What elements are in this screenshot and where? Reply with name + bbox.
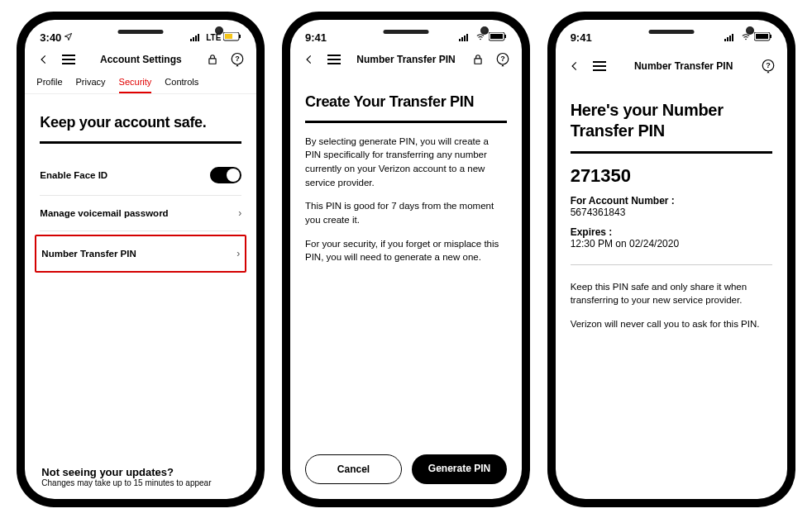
tab-controls[interactable]: Controls xyxy=(165,74,198,93)
row-label: Manage voicemail password xyxy=(40,208,168,218)
signal-icon xyxy=(459,31,472,44)
transfer-pin-value: 271350 xyxy=(571,165,772,187)
button-row: Cancel Generate PIN xyxy=(290,444,522,499)
svg-rect-3 xyxy=(198,34,199,41)
svg-rect-34 xyxy=(756,34,768,39)
footer-title: Not seeing your updates? xyxy=(41,466,240,478)
menu-icon[interactable] xyxy=(60,50,78,69)
svg-rect-27 xyxy=(724,39,726,41)
note-1: Keep this PIN safe and only share it whe… xyxy=(571,280,772,307)
status-time: 9:41 xyxy=(571,31,592,44)
svg-rect-1 xyxy=(193,37,194,41)
phone-frame-2: 9:41 Number Transfer PIN xyxy=(282,12,530,507)
account-number-label: For Account Number : xyxy=(571,195,772,207)
tab-security[interactable]: Security xyxy=(119,74,152,93)
expires-value: 12:30 PM on 02/24/2020 xyxy=(571,238,772,249)
location-icon xyxy=(64,31,73,44)
row-label: Enable Face ID xyxy=(40,170,107,180)
row-number-transfer[interactable]: Number Transfer PIN › xyxy=(35,235,246,273)
footer-sub: Changes may take up to 15 minutes to app… xyxy=(41,478,240,487)
paragraph-1: By selecting generate PIN, you will crea… xyxy=(305,135,507,190)
screen-1: 3:40 LTE Account Setti xyxy=(25,20,256,499)
account-number-value: 5674361843 xyxy=(571,207,772,218)
signal-icon xyxy=(724,31,738,44)
phone-frame-1: 3:40 LTE Account Setti xyxy=(17,12,265,507)
svg-rect-0 xyxy=(190,39,192,41)
help-icon[interactable]: ? xyxy=(494,50,512,69)
back-icon[interactable] xyxy=(300,50,318,69)
battery-icon xyxy=(223,31,241,44)
screen-3: 9:41 Number Transfer PIN xyxy=(556,20,787,499)
back-icon[interactable] xyxy=(566,57,584,75)
lock-icon[interactable] xyxy=(203,50,222,69)
app-bar: Number Transfer PIN ? xyxy=(290,45,522,74)
section-heading: Keep your account safe. xyxy=(40,114,241,131)
svg-text:?: ? xyxy=(236,55,241,63)
content-area: Here's your Number Transfer PIN 271350 F… xyxy=(556,80,787,499)
footer-note: Not seeing your updates? Changes may tak… xyxy=(41,466,240,487)
svg-rect-13 xyxy=(459,39,461,41)
tab-profile[interactable]: Profile xyxy=(36,74,62,93)
menu-icon[interactable] xyxy=(590,57,609,75)
svg-rect-24 xyxy=(475,58,481,63)
chevron-right-icon: › xyxy=(236,248,240,259)
help-icon[interactable]: ? xyxy=(759,57,777,75)
phone-camera xyxy=(480,26,489,35)
phone-speaker xyxy=(383,30,428,34)
svg-rect-16 xyxy=(466,34,468,41)
svg-rect-29 xyxy=(729,36,731,41)
svg-rect-2 xyxy=(195,36,197,41)
phone-frame-3: 9:41 Number Transfer PIN xyxy=(547,12,795,507)
row-voicemail[interactable]: Manage voicemail password › xyxy=(40,196,241,231)
chevron-right-icon: › xyxy=(238,207,241,219)
svg-point-31 xyxy=(745,38,747,40)
battery-icon xyxy=(754,31,772,44)
paragraph-3: For your security, if you forget or misp… xyxy=(305,237,507,264)
svg-rect-6 xyxy=(225,34,232,39)
divider-thin xyxy=(571,264,772,265)
phone-camera xyxy=(215,26,223,35)
status-time: 3:40 xyxy=(40,31,61,44)
divider xyxy=(305,121,507,123)
tabs: Profile Privacy Security Controls xyxy=(25,74,256,94)
svg-rect-30 xyxy=(732,34,733,41)
svg-rect-5 xyxy=(239,35,241,38)
content-area: Create Your Transfer PIN By selecting ge… xyxy=(290,74,522,444)
svg-point-17 xyxy=(480,38,481,40)
status-bar: 3:40 LTE xyxy=(25,23,256,45)
page-title: Account Settings xyxy=(84,54,197,65)
section-heading: Here's your Number Transfer PIN xyxy=(571,100,772,141)
content-area: Keep your account safe. Enable Face ID M… xyxy=(25,94,256,499)
note-2: Verizon will never call you to ask for t… xyxy=(571,317,772,331)
row-faceid[interactable]: Enable Face ID xyxy=(40,155,241,196)
page-title: Number Transfer PIN xyxy=(615,60,752,72)
svg-rect-10 xyxy=(209,58,216,63)
battery-icon xyxy=(489,31,507,44)
menu-icon[interactable] xyxy=(325,50,343,69)
row-label: Number Transfer PIN xyxy=(41,249,136,259)
svg-rect-28 xyxy=(727,37,728,41)
phone-camera xyxy=(746,26,754,35)
page-title: Number Transfer PIN xyxy=(350,54,462,65)
toggle-faceid[interactable] xyxy=(210,167,241,183)
svg-text:?: ? xyxy=(766,61,771,69)
divider xyxy=(571,151,772,154)
expires-label: Expires : xyxy=(571,226,772,238)
svg-rect-19 xyxy=(504,35,506,38)
app-bar: Account Settings ? xyxy=(25,45,256,74)
tab-privacy[interactable]: Privacy xyxy=(76,74,106,93)
svg-rect-14 xyxy=(461,37,463,41)
svg-rect-20 xyxy=(490,34,503,39)
svg-rect-15 xyxy=(464,36,466,41)
screen-2: 9:41 Number Transfer PIN xyxy=(290,20,522,499)
help-icon[interactable]: ? xyxy=(228,50,246,69)
signal-icon xyxy=(190,31,203,44)
generate-pin-button[interactable]: Generate PIN xyxy=(412,454,507,484)
cancel-button[interactable]: Cancel xyxy=(305,454,402,484)
phone-speaker xyxy=(118,30,164,34)
lock-icon[interactable] xyxy=(469,50,487,69)
paragraph-2: This PIN is good for 7 days from the mom… xyxy=(305,199,507,226)
back-icon[interactable] xyxy=(35,50,53,69)
divider xyxy=(40,141,241,144)
svg-text:?: ? xyxy=(500,55,505,63)
